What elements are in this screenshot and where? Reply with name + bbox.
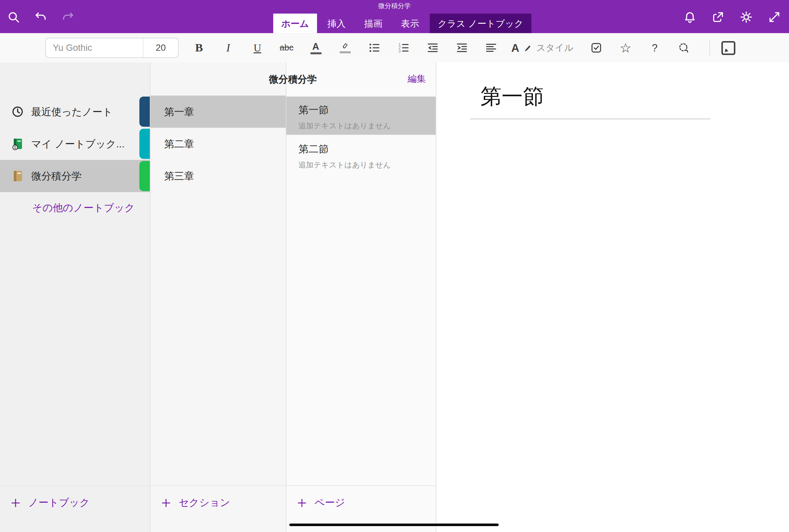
bullet-list-icon [368, 42, 380, 54]
notebook-green-icon [11, 137, 24, 150]
add-section-label: セクション [179, 496, 230, 510]
question-tag-button[interactable]: ? [646, 37, 664, 59]
lasso-select-button[interactable] [675, 37, 693, 59]
section-label: 第二章 [164, 137, 194, 151]
redo-button[interactable] [60, 10, 76, 25]
add-page-button[interactable]: ページ [297, 496, 345, 510]
numbered-list-button[interactable]: 1 2 3 [394, 37, 412, 59]
align-icon [485, 42, 497, 54]
font-color-icon: A [312, 41, 319, 51]
section-item-chapter2[interactable]: 第二章 [150, 128, 286, 160]
add-page-label: ページ [315, 496, 345, 510]
styles-label: スタイル [536, 42, 574, 54]
svg-text:3: 3 [398, 49, 400, 53]
side-note-icon [719, 39, 737, 57]
section-item-chapter1[interactable]: 第一章 [150, 96, 286, 128]
page-item-section1[interactable]: 第一節 追加テキストはありません [286, 97, 436, 135]
toolbar-divider [710, 40, 710, 55]
tab-class-notebook[interactable]: クラス ノートブック [430, 14, 531, 33]
sidebar-item-recent-notes[interactable]: 最近使ったノート [0, 96, 139, 128]
font-selector[interactable]: Yu Gothic 20 [45, 38, 179, 58]
bullet-list-button[interactable] [365, 37, 383, 59]
ribbon-tabs: ホーム 挿入 描画 表示 クラス ノートブック [273, 14, 531, 33]
notifications-button[interactable] [682, 10, 697, 25]
italic-button[interactable]: I [219, 37, 237, 59]
indent-button[interactable] [453, 37, 471, 59]
section-item-chapter3[interactable]: 第三章 [150, 160, 286, 192]
page-title[interactable]: 第一節 [481, 82, 544, 111]
edit-button[interactable]: 編集 [408, 73, 426, 85]
page-item-title: 第一節 [299, 103, 436, 117]
styles-button[interactable]: A スタイル [511, 42, 574, 54]
todo-tag-button[interactable] [587, 37, 605, 59]
highlight-button[interactable] [336, 37, 354, 59]
bold-button[interactable]: B [190, 37, 208, 59]
font-name-value[interactable]: Yu Gothic [46, 42, 143, 53]
lasso-icon [678, 42, 690, 54]
tab-draw[interactable]: 描画 [356, 14, 390, 33]
underline-icon: U [253, 41, 261, 54]
highlight-swatch [339, 52, 350, 54]
page-editor[interactable]: 第一節 [436, 62, 789, 532]
tab-home[interactable]: ホーム [273, 14, 317, 33]
help-icon: ? [652, 42, 658, 54]
sections-pane: 第一章 第二章 第三章 セクション [150, 62, 286, 532]
font-color-button[interactable]: A [307, 37, 325, 59]
highlighter-icon [340, 42, 350, 50]
side-note-button[interactable] [719, 37, 737, 59]
home-indicator[interactable] [289, 524, 499, 526]
star-icon: ☆ [620, 41, 631, 54]
alignment-button[interactable] [482, 37, 500, 59]
settings-button[interactable] [738, 10, 754, 25]
plus-icon [10, 497, 21, 508]
sidebar-item-label: 最近使ったノート [31, 105, 113, 119]
sidebar-item-calculus-notebook[interactable]: 微分積分学 [0, 160, 150, 192]
bold-icon: B [195, 41, 203, 54]
add-section-button[interactable]: セクション [161, 496, 230, 510]
sidebar-footer: ノートブック [0, 485, 150, 532]
other-notebooks-link[interactable]: その他のノートブック [32, 201, 135, 215]
undo-icon [34, 11, 47, 24]
notebook-spine-green [139, 161, 150, 191]
search-button[interactable] [6, 10, 21, 25]
sidebar-item-label: 微分積分学 [31, 169, 81, 183]
italic-icon: I [226, 41, 230, 54]
titlebar-right-actions [682, 10, 782, 25]
formatting-toolbar: Yu Gothic 20 B I U abc A 1 2 3 [0, 33, 789, 62]
onenote-window: 微分積分学 ホーム 挿入 描画 表示 クラス ノートブック [0, 0, 789, 532]
titlebar: 微分積分学 ホーム 挿入 描画 表示 クラス ノートブック [0, 0, 789, 33]
tab-insert[interactable]: 挿入 [320, 14, 354, 33]
title-underline [470, 119, 710, 119]
redo-icon [61, 11, 75, 24]
undo-button[interactable] [33, 10, 48, 25]
outdent-button[interactable] [424, 37, 441, 59]
expand-icon [768, 11, 781, 24]
page-item-subtitle: 追加テキストはありません [299, 160, 436, 170]
add-notebook-button[interactable]: ノートブック [10, 496, 90, 510]
font-size-value[interactable]: 20 [143, 38, 178, 57]
document-title: 微分積分学 [0, 2, 789, 11]
titlebar-left-actions [6, 10, 76, 25]
notebook-tan-icon [11, 169, 24, 183]
page-item-section2[interactable]: 第二節 追加テキストはありません [286, 136, 436, 174]
notebooks-sidebar: 最近使ったノート マイ ノートブック... 微分積分学 [0, 62, 150, 532]
notebook-header-title: 微分積分学 [150, 73, 436, 86]
share-button[interactable] [710, 10, 726, 25]
underline-button[interactable]: U [249, 37, 266, 59]
notebook-spine-teal [139, 129, 150, 159]
style-brush-icon [523, 43, 532, 52]
section-label: 第三章 [164, 169, 194, 183]
important-tag-button[interactable]: ☆ [617, 37, 635, 59]
styles-icon: A [511, 43, 519, 53]
share-icon [711, 11, 725, 24]
tab-view[interactable]: 表示 [393, 14, 427, 33]
fullscreen-button[interactable] [767, 10, 782, 25]
section-label: 第一章 [164, 105, 194, 119]
sidebar-item-my-notebooks[interactable]: マイ ノートブック... [0, 128, 139, 160]
plus-icon [297, 497, 307, 508]
checkbox-icon [590, 42, 602, 54]
indent-icon [456, 42, 468, 54]
font-color-swatch [310, 52, 321, 54]
strikethrough-button[interactable]: abc [278, 37, 296, 59]
notebook-spine-navy [139, 97, 150, 127]
